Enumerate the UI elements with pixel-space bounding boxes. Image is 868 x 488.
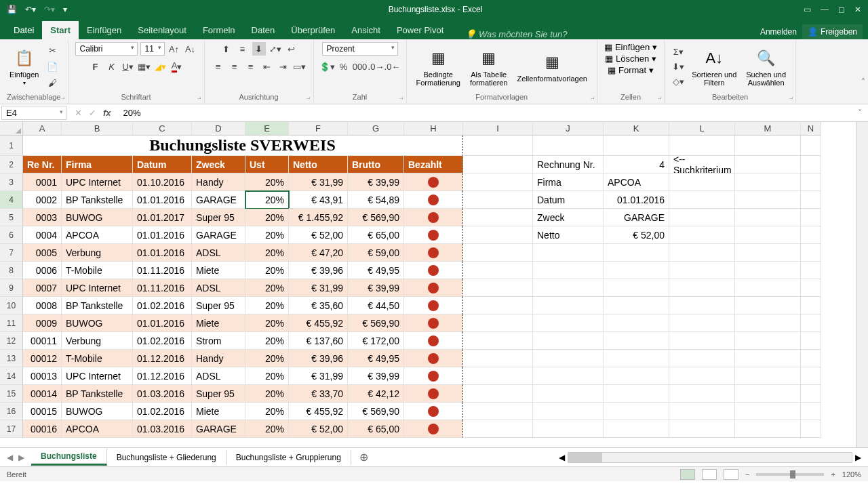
cell-J13[interactable] (533, 350, 604, 367)
insert-cells-button[interactable]: ▦Einfügen▾ (604, 42, 657, 52)
align-bottom-icon[interactable]: ⬇ (252, 42, 266, 56)
cell-E16[interactable]: 20% (245, 403, 289, 420)
cell-A13[interactable]: 00012 (23, 350, 62, 367)
align-top-icon[interactable]: ⬆ (220, 42, 233, 56)
cell-G8[interactable]: € 49,95 (348, 262, 404, 279)
cell-E14[interactable]: 20% (245, 367, 289, 385)
cell-L12[interactable] (669, 332, 735, 350)
minimize-icon[interactable]: — (821, 5, 829, 14)
row-header-9[interactable]: 9 (0, 279, 23, 297)
number-format-select[interactable]: Prozent (322, 42, 398, 56)
cell-B6[interactable]: APCOA (62, 226, 133, 244)
cell-H3[interactable] (404, 174, 463, 191)
cell-K13[interactable] (604, 350, 669, 367)
cell-G9[interactable]: € 39,99 (348, 279, 404, 297)
cell-I6[interactable] (463, 226, 533, 244)
sheet-tab-2[interactable]: Buchungsliste + Gruppierung (226, 450, 351, 465)
table-header-C[interactable]: Datum (133, 156, 192, 174)
align-center-icon[interactable]: ≡ (228, 60, 241, 73)
cell-E10[interactable]: 20% (245, 297, 289, 314)
tab-insert[interactable]: Einfügen (79, 21, 130, 39)
align-left-icon[interactable]: ≡ (212, 60, 225, 73)
cell-K14[interactable] (604, 367, 669, 385)
cell-B16[interactable]: BUWOG (62, 403, 133, 420)
row-header-12[interactable]: 12 (0, 332, 23, 350)
col-header-I[interactable]: I (463, 122, 533, 136)
cell-H12[interactable] (404, 332, 463, 350)
cell-J14[interactable] (533, 367, 604, 385)
cell-G14[interactable]: € 39,99 (348, 367, 404, 385)
cell-F16[interactable]: € 455,92 (289, 403, 348, 420)
tab-formulas[interactable]: Formeln (195, 21, 243, 39)
cell-C17[interactable]: 01.03.2016 (133, 420, 192, 438)
view-pagebreak-icon[interactable] (724, 469, 738, 480)
paste-button[interactable]: 📋Einfügen▾ (7, 46, 41, 87)
zoom-level[interactable]: 120% (842, 470, 861, 479)
redo-icon[interactable]: ↷▾ (44, 5, 55, 14)
cell-L1[interactable] (669, 136, 735, 156)
fill-color-icon[interactable]: ◢▾ (154, 60, 167, 73)
tell-me[interactable]: 💡 Was möchten Sie tun? (452, 29, 567, 39)
cell-C3[interactable]: 01.10.2016 (133, 174, 192, 191)
cell-G11[interactable]: € 569,90 (348, 314, 404, 332)
new-sheet-button[interactable]: ⊕ (351, 451, 376, 464)
cancel-formula-icon[interactable]: ✕ (75, 108, 82, 118)
lookup-value-5[interactable]: GARAGE (604, 209, 669, 226)
cell-E11[interactable]: 20% (245, 314, 289, 332)
hscrollbar[interactable] (568, 452, 852, 463)
cell-A16[interactable]: 00015 (23, 403, 62, 420)
cell-L13[interactable] (669, 350, 735, 367)
cell-N9[interactable] (801, 279, 821, 297)
cell-A3[interactable]: 0001 (23, 174, 62, 191)
formula-input[interactable]: 20% (118, 106, 852, 119)
cell-E17[interactable]: 20% (245, 420, 289, 438)
italic-button[interactable]: K (105, 60, 119, 73)
zoom-slider[interactable] (756, 473, 824, 476)
cell-D9[interactable]: ADSL (192, 279, 245, 297)
cell-A9[interactable]: 0007 (23, 279, 62, 297)
cell-L7[interactable] (669, 244, 735, 262)
lookup-value-3[interactable]: APCOA (604, 174, 669, 191)
cell-A11[interactable]: 0009 (23, 314, 62, 332)
cell-C4[interactable]: 01.01.2016 (133, 191, 192, 209)
format-painter-icon[interactable]: 🖌 (45, 77, 59, 90)
cell-B8[interactable]: T-Mobile (62, 262, 133, 279)
cell-L10[interactable] (669, 297, 735, 314)
cell-G4[interactable]: € 54,89 (348, 191, 404, 209)
cell-I10[interactable] (463, 297, 533, 314)
table-header-A[interactable]: Re Nr. (23, 156, 62, 174)
cell-L4[interactable] (669, 191, 735, 209)
cell-N12[interactable] (801, 332, 821, 350)
cell-M5[interactable] (735, 209, 801, 226)
border-icon[interactable]: ▦▾ (138, 60, 151, 73)
copy-icon[interactable]: 📄 (45, 60, 59, 74)
indent-dec-icon[interactable]: ⇤ (260, 60, 274, 73)
cell-D17[interactable]: GARAGE (192, 420, 245, 438)
col-header-H[interactable]: H (404, 122, 463, 136)
tab-powerpivot[interactable]: Power Pivot (389, 21, 452, 39)
cell-F14[interactable]: € 31,99 (289, 367, 348, 385)
cell-M3[interactable] (735, 174, 801, 191)
cell-E12[interactable]: 20% (245, 332, 289, 350)
undo-icon[interactable]: ↶▾ (25, 5, 36, 14)
cell-M11[interactable] (735, 314, 801, 332)
cell-D16[interactable]: Miete (192, 403, 245, 420)
cell-J1[interactable] (533, 136, 604, 156)
lookup-label-5[interactable]: Zweck (533, 209, 604, 226)
cell-J8[interactable] (533, 262, 604, 279)
font-name-select[interactable]: Calibri (75, 42, 138, 56)
cell-I11[interactable] (463, 314, 533, 332)
cell-K15[interactable] (604, 385, 669, 403)
cell-I15[interactable] (463, 385, 533, 403)
row-header-8[interactable]: 8 (0, 262, 23, 279)
cell-N2[interactable] (801, 156, 821, 174)
cell-E3[interactable]: 20% (245, 174, 289, 191)
cell-J7[interactable] (533, 244, 604, 262)
cell-I7[interactable] (463, 244, 533, 262)
cell-A10[interactable]: 0008 (23, 297, 62, 314)
cell-M13[interactable] (735, 350, 801, 367)
cell-L14[interactable] (669, 367, 735, 385)
cell-N8[interactable] (801, 262, 821, 279)
sheet-tab-1[interactable]: Buchungsliste + Gliederung (107, 450, 226, 465)
collapse-ribbon-icon[interactable]: ˄ (861, 77, 865, 87)
